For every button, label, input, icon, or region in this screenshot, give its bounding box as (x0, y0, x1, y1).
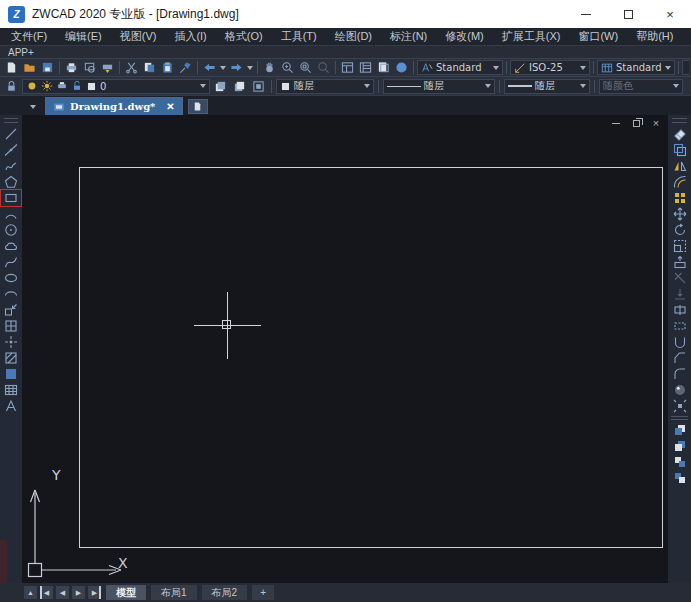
mirror-tool-button[interactable] (670, 158, 690, 174)
insert-block-tool-button[interactable] (1, 302, 21, 318)
tab-close-icon[interactable]: ✕ (166, 101, 174, 112)
ellipse-arc-tool-button[interactable] (1, 286, 21, 302)
polyline-tool-button[interactable] (1, 158, 21, 174)
match-properties-button[interactable] (177, 60, 194, 75)
window-maximize-button[interactable] (607, 0, 649, 28)
menu-insert[interactable]: 插入(I) (165, 29, 215, 44)
menu-file[interactable]: 文件(F) (2, 29, 56, 44)
menu-tools[interactable]: 工具(T) (272, 29, 326, 44)
new-button[interactable] (3, 60, 20, 75)
plot-button[interactable] (63, 60, 80, 75)
add-layout-button[interactable]: + (252, 585, 274, 600)
open-button[interactable] (21, 60, 38, 75)
fillet-tool-button[interactable] (670, 366, 690, 382)
rectangle-tool-button[interactable] (1, 190, 21, 206)
pan-button[interactable] (261, 60, 278, 75)
document-tab-active[interactable]: Drawing1.dwg* ✕ (45, 97, 183, 115)
layer-isolate-button[interactable] (250, 79, 267, 94)
new-document-button[interactable] (188, 99, 208, 114)
color-combo[interactable]: 随层 (276, 79, 374, 94)
circle-tool-button[interactable] (1, 222, 21, 238)
menu-help[interactable]: 帮助(H) (627, 29, 682, 44)
erase-tool-button[interactable] (670, 126, 690, 142)
doc-close-button[interactable]: × (651, 118, 661, 128)
layer-previous-button[interactable] (231, 79, 248, 94)
sheet-set-button[interactable] (375, 60, 392, 75)
bring-to-front-button[interactable] (670, 422, 690, 438)
layer-states-button[interactable] (212, 79, 229, 94)
redo-dropdown-button[interactable] (246, 60, 254, 75)
help-button[interactable] (393, 60, 410, 75)
point-tool-button[interactable] (1, 334, 21, 350)
spline-tool-button[interactable] (1, 254, 21, 270)
save-button[interactable] (39, 60, 56, 75)
bring-above-objects-button[interactable] (670, 454, 690, 470)
copy-tool-button[interactable] (670, 142, 690, 158)
table-tool-button[interactable] (1, 382, 21, 398)
doc-restore-button[interactable] (631, 118, 641, 128)
table-style-combo[interactable]: Standard (597, 60, 675, 75)
undo-button[interactable] (201, 60, 218, 75)
cut-button[interactable] (123, 60, 140, 75)
window-minimize-button[interactable] (565, 0, 607, 28)
zoom-window-button[interactable] (297, 60, 314, 75)
tab-layout1[interactable]: 布局1 (151, 585, 197, 600)
menu-dimension[interactable]: 标注(N) (381, 29, 436, 44)
chamfer-tool-button[interactable] (670, 350, 690, 366)
redo-button[interactable] (228, 60, 245, 75)
arc-tool-button[interactable] (1, 206, 21, 222)
copy-clip-button[interactable] (141, 60, 158, 75)
publish-button[interactable] (99, 60, 116, 75)
drawing-canvas[interactable]: × Y X (22, 115, 668, 583)
mleader-style-combo[interactable]: Stan (682, 60, 689, 75)
lineweight-combo[interactable]: 随层 (504, 79, 590, 94)
offset-tool-button[interactable] (670, 174, 690, 190)
line-tool-button[interactable] (1, 126, 21, 142)
polygon-tool-button[interactable] (1, 174, 21, 190)
construction-line-tool-button[interactable] (1, 142, 21, 158)
linetype-combo[interactable]: 随层 (383, 79, 495, 94)
menu-view[interactable]: 视图(V) (111, 29, 166, 44)
plot-preview-button[interactable] (81, 60, 98, 75)
hatch-tool-button[interactable] (1, 350, 21, 366)
array-tool-button[interactable] (670, 190, 690, 206)
tool-palettes-button[interactable] (357, 60, 374, 75)
menu-express-tools[interactable]: 扩展工具(X) (493, 29, 570, 44)
layer-properties-button[interactable] (3, 79, 20, 94)
scale-tool-button[interactable] (670, 238, 690, 254)
toolbar-grip-handle[interactable] (4, 118, 18, 123)
app-plus-label[interactable]: APP+ (8, 47, 34, 58)
stretch-tool-button[interactable] (670, 254, 690, 270)
layout-first-button[interactable]: ◀ (40, 586, 53, 599)
move-tool-button[interactable] (670, 206, 690, 222)
toolbar-grip-handle[interactable] (672, 118, 687, 123)
zoom-previous-button[interactable] (315, 60, 332, 75)
break-tool-button[interactable] (670, 318, 690, 334)
tab-layout2[interactable]: 布局2 (202, 585, 248, 600)
menu-draw[interactable]: 绘图(D) (326, 29, 381, 44)
layer-combo[interactable]: 0 (22, 79, 210, 94)
tab-overflow-button[interactable] (28, 99, 38, 115)
join-tool-button[interactable] (670, 334, 690, 350)
tab-model[interactable]: 模型 (106, 585, 146, 600)
undo-dropdown-button[interactable] (219, 60, 227, 75)
send-under-objects-button[interactable] (670, 470, 690, 486)
design-center-button[interactable] (339, 60, 356, 75)
zoom-realtime-button[interactable] (279, 60, 296, 75)
layout-next-button[interactable]: ▶ (72, 586, 85, 599)
layout-prev-button[interactable]: ◀ (56, 586, 69, 599)
gradient-tool-button[interactable] (1, 366, 21, 382)
region-tool-button[interactable] (670, 382, 690, 398)
mtext-tool-button[interactable] (1, 398, 21, 414)
menu-edit[interactable]: 编辑(E) (56, 29, 111, 44)
layout-quickview-button[interactable]: ▲ (24, 586, 37, 599)
send-to-back-button[interactable] (670, 438, 690, 454)
rotate-tool-button[interactable] (670, 222, 690, 238)
break-at-point-tool-button[interactable] (670, 302, 690, 318)
explode-tool-button[interactable] (670, 398, 690, 414)
layout-last-button[interactable]: ▶ (88, 586, 101, 599)
revision-cloud-tool-button[interactable] (1, 238, 21, 254)
doc-minimize-button[interactable] (611, 118, 621, 128)
menu-window[interactable]: 窗口(W) (569, 29, 627, 44)
dim-style-combo[interactable]: ISO-25 (510, 60, 590, 75)
